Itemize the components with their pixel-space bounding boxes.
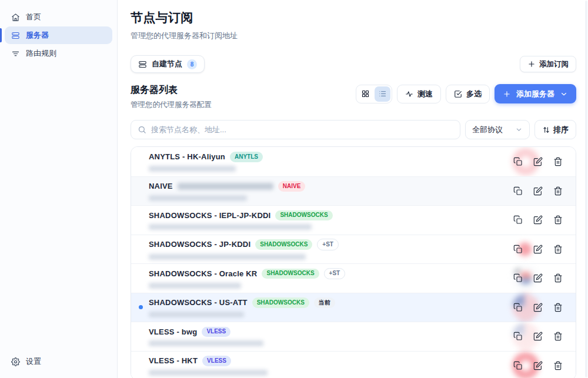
server-name: NAIVE xyxy=(149,182,173,190)
edit-icon xyxy=(533,215,543,225)
server-row[interactable]: VLESS - bwg VLESS xyxy=(131,322,576,351)
add-server-button[interactable]: 添加服务器 xyxy=(495,84,576,103)
server-name: SHADOWSOCKS - Oracle KR xyxy=(149,269,257,278)
edit-button[interactable] xyxy=(533,156,543,166)
delete-button[interactable] xyxy=(553,244,563,254)
search-input[interactable] xyxy=(151,125,453,134)
add-subscription-button[interactable]: 添加订阅 xyxy=(520,56,576,72)
copy-button[interactable] xyxy=(513,244,523,254)
server-row-actions xyxy=(513,360,563,370)
delete-button[interactable] xyxy=(553,332,563,342)
server-name: SHADOWSOCKS - IEPL-JP-KDDI xyxy=(149,211,270,220)
server-row-info: SHADOWSOCKS - IEPL-JP-KDDI SHADOWSOCKS xyxy=(149,210,513,230)
server-address-redacted xyxy=(149,312,244,317)
multi-select-button[interactable]: 多选 xyxy=(446,85,490,103)
server-row[interactable]: SHADOWSOCKS - JP-KDDI SHADOWSOCKS+ST xyxy=(131,235,576,264)
protocol-badge: SHADOWSOCKS xyxy=(275,210,332,221)
protocol-badge: NAIVE xyxy=(278,181,306,192)
home-icon xyxy=(11,13,20,22)
copy-icon xyxy=(513,361,523,370)
copy-button[interactable] xyxy=(513,332,523,342)
server-row[interactable]: SHADOWSOCKS - US-ATT SHADOWSOCKS当前 xyxy=(131,293,576,322)
sidebar-item-routing-rules[interactable]: 路由规则 xyxy=(5,45,112,62)
copy-button[interactable] xyxy=(513,360,523,370)
server-row-actions xyxy=(513,156,563,166)
server-row-top: NAIVE NAIVE xyxy=(149,181,513,192)
edit-button[interactable] xyxy=(533,302,543,312)
sidebar-item-home[interactable]: 首页 xyxy=(5,8,112,26)
server-row-info: SHADOWSOCKS - Oracle KR SHADOWSOCKS+ST xyxy=(149,268,513,289)
server-row-top: VLESS - HKT VLESS xyxy=(149,356,513,366)
copy-icon xyxy=(513,157,523,166)
grid-icon xyxy=(361,89,370,98)
server-row[interactable]: ANYTLS - HK-Aliyun ANYTLS xyxy=(131,147,576,176)
delete-button[interactable] xyxy=(553,215,563,225)
server-row-actions xyxy=(513,302,563,312)
copy-button[interactable] xyxy=(513,156,523,166)
edit-button[interactable] xyxy=(533,244,543,254)
server-address-redacted xyxy=(149,370,268,376)
edit-icon xyxy=(533,245,543,254)
protocol-badge: SHADOWSOCKS xyxy=(252,297,309,308)
check-square-icon xyxy=(454,90,462,98)
protocol-filter-select[interactable]: 全部协议 xyxy=(465,120,530,139)
server-row-actions xyxy=(513,186,563,196)
sidebar-item-servers[interactable]: 服务器 xyxy=(5,26,112,44)
page-subtitle: 管理您的代理服务器和订阅地址 xyxy=(131,31,576,41)
chevron-down-icon xyxy=(515,126,523,133)
protocol-badge: ANYTLS xyxy=(230,152,263,162)
sort-arrows-icon xyxy=(542,126,550,134)
server-name: VLESS - HKT xyxy=(149,356,198,365)
server-row[interactable]: VLESS - HKT VLESS xyxy=(131,351,576,378)
server-row[interactable]: NAIVE NAIVE xyxy=(131,176,576,206)
server-icon xyxy=(138,60,147,69)
server-row-actions xyxy=(513,332,563,342)
server-row[interactable]: SHADOWSOCKS - Oracle KR SHADOWSOCKS+ST xyxy=(131,263,576,293)
scrollbar[interactable] xyxy=(585,1,587,377)
delete-button[interactable] xyxy=(553,186,563,196)
server-row-actions xyxy=(513,244,563,254)
view-toggle xyxy=(356,85,392,103)
delete-button[interactable] xyxy=(553,302,563,312)
delete-button[interactable] xyxy=(553,360,563,370)
protocol-badge: SHADOWSOCKS xyxy=(262,269,319,279)
add-server-label: 添加服务器 xyxy=(516,89,554,99)
server-list: ANYTLS - HK-Aliyun ANYTLS NAIVE NAIVE xyxy=(131,146,576,378)
trash-icon xyxy=(553,186,563,196)
edit-button[interactable] xyxy=(533,215,543,225)
server-row-top: SHADOWSOCKS - IEPL-JP-KDDI SHADOWSOCKS xyxy=(149,210,513,221)
edit-button[interactable] xyxy=(533,360,543,370)
copy-button[interactable] xyxy=(513,186,523,196)
server-row-info: VLESS - HKT VLESS xyxy=(149,356,513,376)
list-view-button[interactable] xyxy=(375,86,390,102)
edit-button[interactable] xyxy=(533,186,543,196)
edit-icon xyxy=(533,332,543,341)
server-row-info: VLESS - bwg VLESS xyxy=(149,327,513,347)
trash-icon xyxy=(553,245,563,254)
copy-button[interactable] xyxy=(513,215,523,225)
server-row-info: NAIVE NAIVE xyxy=(149,181,513,201)
edit-button[interactable] xyxy=(533,332,543,342)
sidebar-nav: 首页 服务器 路由规则 xyxy=(0,8,117,63)
grid-view-button[interactable] xyxy=(358,86,373,102)
speed-test-button[interactable]: 测速 xyxy=(397,85,441,103)
delete-button[interactable] xyxy=(553,273,563,283)
copy-icon xyxy=(513,186,523,196)
tabs-row: 自建节点 8 添加订阅 xyxy=(131,55,576,73)
copy-button[interactable] xyxy=(513,302,523,312)
edit-icon xyxy=(533,361,543,370)
tab-self-built-nodes[interactable]: 自建节点 8 xyxy=(131,55,205,73)
server-name: VLESS - bwg xyxy=(149,327,197,336)
add-subscription-label: 添加订阅 xyxy=(539,59,569,69)
server-row[interactable]: SHADOWSOCKS - IEPL-JP-KDDI SHADOWSOCKS xyxy=(131,205,576,235)
edit-button[interactable] xyxy=(533,273,543,283)
copy-button[interactable] xyxy=(513,273,523,283)
server-name: ANYTLS - HK-Aliyun xyxy=(149,152,225,161)
sort-button[interactable]: 排序 xyxy=(534,120,576,139)
edit-icon xyxy=(533,303,543,312)
server-address-redacted xyxy=(149,224,312,230)
sidebar-item-label: 服务器 xyxy=(26,30,49,41)
sidebar-item-settings[interactable]: 设置 xyxy=(5,353,112,370)
search-icon xyxy=(138,125,146,134)
delete-button[interactable] xyxy=(553,156,563,166)
